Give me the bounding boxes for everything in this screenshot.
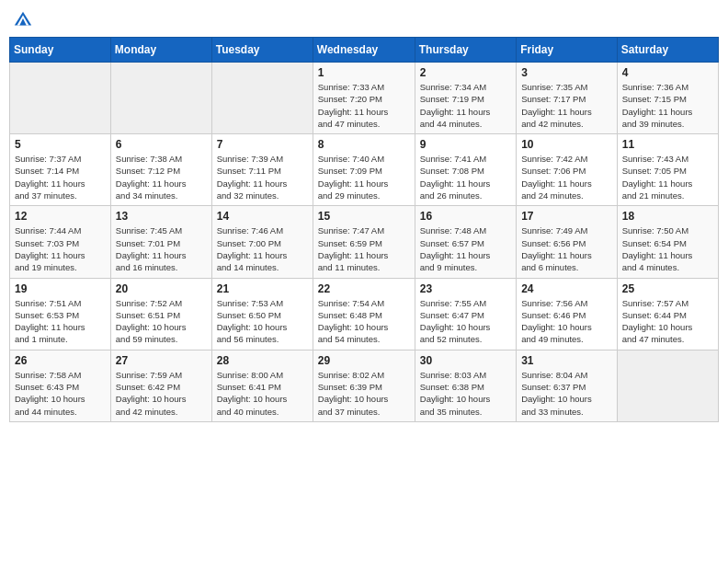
day-info: Sunrise: 7:35 AM Sunset: 7:17 PM Dayligh…: [521, 81, 612, 130]
day-cell: 2Sunrise: 7:34 AM Sunset: 7:19 PM Daylig…: [415, 63, 516, 134]
day-cell: 22Sunrise: 7:54 AM Sunset: 6:48 PM Dayli…: [313, 278, 415, 350]
day-cell: 15Sunrise: 7:47 AM Sunset: 6:59 PM Dayli…: [313, 206, 415, 278]
day-cell: 31Sunrise: 8:04 AM Sunset: 6:37 PM Dayli…: [517, 350, 618, 421]
day-number: 23: [420, 282, 511, 295]
logo-icon: [13, 9, 33, 29]
day-cell: 24Sunrise: 7:56 AM Sunset: 6:46 PM Dayli…: [517, 278, 618, 350]
day-number: 20: [116, 282, 207, 295]
day-cell: 16Sunrise: 7:48 AM Sunset: 6:57 PM Dayli…: [415, 206, 516, 278]
day-header-thursday: Thursday: [415, 38, 516, 63]
day-info: Sunrise: 7:56 AM Sunset: 6:46 PM Dayligh…: [521, 297, 612, 346]
day-info: Sunrise: 7:34 AM Sunset: 7:19 PM Dayligh…: [420, 81, 511, 130]
week-row-5: 26Sunrise: 7:58 AM Sunset: 6:43 PM Dayli…: [10, 350, 719, 421]
day-info: Sunrise: 7:37 AM Sunset: 7:14 PM Dayligh…: [15, 153, 106, 201]
day-info: Sunrise: 7:41 AM Sunset: 7:08 PM Dayligh…: [420, 153, 511, 201]
day-number: 9: [420, 138, 511, 151]
day-number: 19: [15, 282, 106, 295]
week-row-4: 19Sunrise: 7:51 AM Sunset: 6:53 PM Dayli…: [10, 278, 719, 350]
day-info: Sunrise: 7:59 AM Sunset: 6:42 PM Dayligh…: [116, 369, 207, 418]
day-number: 27: [116, 354, 207, 367]
day-number: 1: [318, 66, 410, 79]
day-info: Sunrise: 7:44 AM Sunset: 7:03 PM Dayligh…: [15, 224, 106, 273]
day-info: Sunrise: 7:33 AM Sunset: 7:20 PM Dayligh…: [318, 81, 410, 130]
day-number: 7: [217, 138, 308, 151]
day-cell: 7Sunrise: 7:39 AM Sunset: 7:11 PM Daylig…: [211, 134, 313, 206]
day-number: 25: [622, 282, 713, 295]
day-cell: 8Sunrise: 7:40 AM Sunset: 7:09 PM Daylig…: [313, 134, 415, 206]
day-cell: 20Sunrise: 7:52 AM Sunset: 6:51 PM Dayli…: [110, 278, 211, 350]
day-cell: 1Sunrise: 7:33 AM Sunset: 7:20 PM Daylig…: [313, 63, 415, 134]
day-cell: 17Sunrise: 7:49 AM Sunset: 6:56 PM Dayli…: [517, 206, 618, 278]
day-info: Sunrise: 7:52 AM Sunset: 6:51 PM Dayligh…: [116, 297, 207, 346]
day-info: Sunrise: 8:00 AM Sunset: 6:41 PM Dayligh…: [217, 369, 308, 418]
calendar-table: SundayMondayTuesdayWednesdayThursdayFrid…: [9, 37, 719, 422]
day-cell: 28Sunrise: 8:00 AM Sunset: 6:41 PM Dayli…: [211, 350, 313, 421]
day-cell: 10Sunrise: 7:42 AM Sunset: 7:06 PM Dayli…: [517, 134, 618, 206]
day-cell: [10, 63, 111, 134]
day-cell: 30Sunrise: 8:03 AM Sunset: 6:38 PM Dayli…: [415, 350, 516, 421]
day-number: 30: [420, 354, 511, 367]
day-header-friday: Friday: [517, 38, 618, 63]
day-cell: 13Sunrise: 7:45 AM Sunset: 7:01 PM Dayli…: [110, 206, 211, 278]
day-info: Sunrise: 7:50 AM Sunset: 6:54 PM Dayligh…: [622, 224, 713, 273]
day-cell: 5Sunrise: 7:37 AM Sunset: 7:14 PM Daylig…: [10, 134, 111, 206]
day-header-tuesday: Tuesday: [211, 38, 313, 63]
day-number: 31: [521, 354, 612, 367]
day-info: Sunrise: 7:51 AM Sunset: 6:53 PM Dayligh…: [15, 297, 106, 346]
day-cell: 14Sunrise: 7:46 AM Sunset: 7:00 PM Dayli…: [211, 206, 313, 278]
day-number: 8: [318, 138, 410, 151]
day-number: 12: [15, 210, 106, 223]
day-number: 4: [622, 66, 713, 79]
day-cell: [617, 350, 718, 421]
day-cell: 21Sunrise: 7:53 AM Sunset: 6:50 PM Dayli…: [211, 278, 313, 350]
day-number: 28: [217, 354, 308, 367]
day-info: Sunrise: 7:45 AM Sunset: 7:01 PM Dayligh…: [116, 224, 207, 273]
day-number: 5: [15, 138, 106, 151]
day-cell: [110, 63, 211, 134]
day-cell: [211, 63, 313, 134]
day-cell: 11Sunrise: 7:43 AM Sunset: 7:05 PM Dayli…: [617, 134, 718, 206]
day-number: 26: [15, 354, 106, 367]
logo: [13, 9, 35, 29]
day-number: 16: [420, 210, 511, 223]
week-row-2: 5Sunrise: 7:37 AM Sunset: 7:14 PM Daylig…: [10, 134, 719, 206]
day-number: 13: [116, 210, 207, 223]
week-row-3: 12Sunrise: 7:44 AM Sunset: 7:03 PM Dayli…: [10, 206, 719, 278]
day-info: Sunrise: 7:46 AM Sunset: 7:00 PM Dayligh…: [217, 224, 308, 273]
day-info: Sunrise: 8:04 AM Sunset: 6:37 PM Dayligh…: [521, 369, 612, 418]
day-number: 10: [521, 138, 612, 151]
day-number: 11: [622, 138, 713, 151]
day-info: Sunrise: 7:40 AM Sunset: 7:09 PM Dayligh…: [318, 153, 410, 201]
day-number: 17: [521, 210, 612, 223]
day-number: 24: [521, 282, 612, 295]
page-header: [9, 9, 719, 29]
day-header-wednesday: Wednesday: [313, 38, 415, 63]
day-info: Sunrise: 7:53 AM Sunset: 6:50 PM Dayligh…: [217, 297, 308, 346]
day-number: 15: [318, 210, 410, 223]
day-info: Sunrise: 7:42 AM Sunset: 7:06 PM Dayligh…: [521, 153, 612, 201]
week-row-1: 1Sunrise: 7:33 AM Sunset: 7:20 PM Daylig…: [10, 63, 719, 134]
day-cell: 9Sunrise: 7:41 AM Sunset: 7:08 PM Daylig…: [415, 134, 516, 206]
day-cell: 3Sunrise: 7:35 AM Sunset: 7:17 PM Daylig…: [517, 63, 618, 134]
day-cell: 23Sunrise: 7:55 AM Sunset: 6:47 PM Dayli…: [415, 278, 516, 350]
day-cell: 29Sunrise: 8:02 AM Sunset: 6:39 PM Dayli…: [313, 350, 415, 421]
day-number: 21: [217, 282, 308, 295]
day-number: 3: [521, 66, 612, 79]
day-number: 6: [116, 138, 207, 151]
day-info: Sunrise: 7:38 AM Sunset: 7:12 PM Dayligh…: [116, 153, 207, 201]
day-cell: 19Sunrise: 7:51 AM Sunset: 6:53 PM Dayli…: [10, 278, 111, 350]
day-number: 29: [318, 354, 410, 367]
day-cell: 6Sunrise: 7:38 AM Sunset: 7:12 PM Daylig…: [110, 134, 211, 206]
day-cell: 27Sunrise: 7:59 AM Sunset: 6:42 PM Dayli…: [110, 350, 211, 421]
day-number: 18: [622, 210, 713, 223]
day-info: Sunrise: 7:58 AM Sunset: 6:43 PM Dayligh…: [15, 369, 106, 418]
day-cell: 18Sunrise: 7:50 AM Sunset: 6:54 PM Dayli…: [617, 206, 718, 278]
day-info: Sunrise: 7:49 AM Sunset: 6:56 PM Dayligh…: [521, 224, 612, 273]
day-number: 14: [217, 210, 308, 223]
day-cell: 25Sunrise: 7:57 AM Sunset: 6:44 PM Dayli…: [617, 278, 718, 350]
day-number: 2: [420, 66, 511, 79]
day-info: Sunrise: 7:57 AM Sunset: 6:44 PM Dayligh…: [622, 297, 713, 346]
day-info: Sunrise: 7:47 AM Sunset: 6:59 PM Dayligh…: [318, 224, 410, 273]
day-header-saturday: Saturday: [617, 38, 718, 63]
day-info: Sunrise: 7:39 AM Sunset: 7:11 PM Dayligh…: [217, 153, 308, 201]
